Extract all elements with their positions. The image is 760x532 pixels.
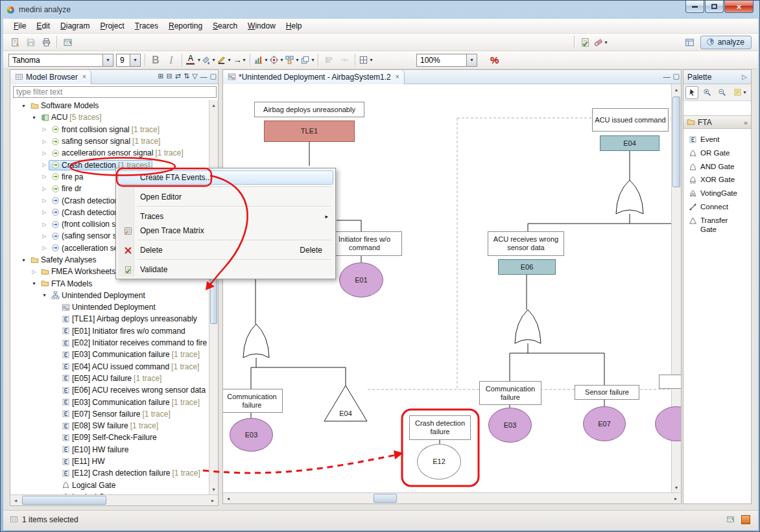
- palette-drawer-fta[interactable]: FTA «: [683, 115, 751, 129]
- tree-item[interactable]: ▾Unintended Deployment: [10, 290, 210, 301]
- connection-style-button[interactable]: →▾: [232, 53, 247, 67]
- palette-item-event[interactable]: Event: [683, 133, 751, 146]
- dropdown-icon[interactable]: ▾: [243, 57, 245, 63]
- analyze-perspective-button[interactable]: analyze: [700, 36, 752, 49]
- select-related-button[interactable]: ▾: [268, 53, 284, 67]
- expand-arrow-icon[interactable]: ▷: [40, 150, 49, 156]
- node-sensor-label[interactable]: Sensor failure: [575, 385, 639, 400]
- node-comm-right-label[interactable]: Communication failure: [479, 381, 541, 405]
- maximize-editor-button[interactable]: ▢: [673, 72, 680, 80]
- node-edge-label[interactable]: [659, 375, 681, 389]
- dropdown-icon[interactable]: ▾: [228, 57, 230, 63]
- menu-item-delete[interactable]: DeleteDelete: [118, 243, 333, 257]
- tree-item-body[interactable]: [E03] Communication failure[1 trace]: [59, 349, 202, 360]
- menu-search[interactable]: Search: [208, 19, 243, 32]
- tree-item-body[interactable]: Safety Analyses: [28, 255, 99, 265]
- palette-item-votinggate[interactable]: VotingGate: [683, 187, 751, 200]
- align-button[interactable]: [321, 53, 337, 67]
- menu-file[interactable]: File: [8, 19, 31, 32]
- expand-arrow-icon[interactable]: ▷: [40, 162, 49, 168]
- note-tool-button[interactable]: ▾: [730, 86, 750, 99]
- menu-item-create-fta-events[interactable]: Create FTA Events...: [118, 170, 333, 185]
- tree-item-body[interactable]: (Crash detection): [49, 196, 124, 206]
- tree-item[interactable]: [E06] ACU receives wrong sensor data: [10, 384, 210, 396]
- tree-item[interactable]: [E07] Sensor failure[1 trace]: [10, 408, 210, 420]
- node-comm-left-label[interactable]: Communication failure: [223, 389, 283, 413]
- scroll-up-icon[interactable]: ▴: [671, 84, 682, 95]
- expand-arrow-icon[interactable]: ▷: [40, 174, 49, 179]
- tree-item-body[interactable]: accelleration sensor signal[1 trace]: [49, 148, 186, 158]
- expand-arrow-icon[interactable]: ▷: [40, 233, 49, 239]
- link-editor-button[interactable]: ⇄: [175, 72, 181, 80]
- tree-item-body[interactable]: FMEA Worksheets: [38, 266, 118, 277]
- minimize-view-button[interactable]: —: [200, 73, 208, 80]
- font-combo[interactable]: Tahoma ▾: [8, 54, 113, 67]
- node-crash-detection-label[interactable]: Crash detection failure: [409, 415, 471, 440]
- layers-button[interactable]: ▾: [300, 53, 315, 67]
- expand-arrow-icon[interactable]: ▾: [19, 257, 28, 263]
- expand-arrow-icon[interactable]: ▾: [30, 281, 38, 286]
- palette-item-and-gate[interactable]: AND Gate: [683, 160, 751, 174]
- menu-traces[interactable]: Traces: [130, 19, 163, 32]
- tree-item[interactable]: Logical Gate: [10, 480, 210, 491]
- tree-item-body[interactable]: FTA Models: [38, 279, 95, 289]
- palette-item-or-gate[interactable]: OR Gate: [683, 146, 751, 160]
- dropdown-icon[interactable]: ▾: [130, 54, 141, 67]
- drawer-collapse-icon[interactable]: «: [744, 119, 748, 126]
- tree-item[interactable]: [TLE1] Airbag deploys unreasonably: [10, 313, 210, 325]
- scroll-left-icon[interactable]: ◂: [223, 493, 233, 503]
- node-e03-left[interactable]: E03: [230, 418, 273, 452]
- editor-horizontal-scrollbar[interactable]: ◂ ▸: [223, 492, 681, 503]
- tree-item-body[interactable]: Unintended Deployment: [59, 302, 158, 312]
- tree-item[interactable]: ▷accelleration sensor signal[1 trace]: [10, 147, 210, 159]
- tree-item[interactable]: [E04] ACU issued command[1 trace]: [10, 361, 210, 373]
- tree-item-body[interactable]: fire pa: [49, 172, 86, 182]
- line-color-button[interactable]: ▾: [216, 53, 232, 67]
- zoom-out-button[interactable]: [715, 86, 728, 99]
- minimize-editor-button[interactable]: —: [663, 73, 671, 80]
- tree-horizontal-scrollbar[interactable]: ◂ ▸: [10, 494, 218, 505]
- save-button[interactable]: [23, 35, 38, 49]
- font-color-button[interactable]: A▾: [185, 53, 200, 67]
- tree-vertical-scrollbar[interactable]: ▴ ▾: [209, 100, 218, 494]
- scroll-right-icon[interactable]: ▸: [671, 493, 681, 503]
- tree-item-body[interactable]: ACU[5 traces]: [38, 112, 104, 122]
- tree-item-body[interactable]: [E12] Crash detection failure[1 trace]: [59, 468, 203, 478]
- dropdown-icon[interactable]: ▾: [743, 89, 746, 95]
- dropdown-icon[interactable]: ▾: [604, 40, 607, 45]
- expand-arrow-icon[interactable]: ▾: [30, 115, 38, 121]
- expand-arrow-icon[interactable]: ▷: [40, 126, 49, 132]
- tree-item-body[interactable]: [E11] HW: [59, 456, 107, 467]
- expand-arrow-icon[interactable]: ▷: [40, 186, 49, 192]
- fast-view-icon[interactable]: [726, 515, 735, 524]
- node-acu-wrong-label[interactable]: ACU receives wrong sensor data: [488, 231, 564, 256]
- tree-item[interactable]: ▾FTA Models: [10, 277, 210, 289]
- open-perspective-button[interactable]: [682, 35, 698, 49]
- scrollbar-thumb[interactable]: [672, 97, 680, 187]
- tree-item-body[interactable]: [E06] ACU receives wrong sensor data: [59, 385, 208, 395]
- tree-item-body[interactable]: Software Models: [28, 100, 101, 111]
- node-e04[interactable]: E04: [600, 135, 659, 151]
- expand-arrow-icon[interactable]: ▾: [19, 103, 28, 109]
- tree-item[interactable]: [E08] SW failure[1 trace]: [10, 420, 210, 432]
- expand-arrow-icon[interactable]: ▷: [40, 198, 49, 203]
- tree-item[interactable]: [E09] Self-Check-Failure: [10, 432, 210, 443]
- tree-item-body[interactable]: front collision signal[1 trace]: [49, 124, 162, 135]
- chart-tool-button[interactable]: ▾: [253, 53, 268, 67]
- dropdown-icon[interactable]: ▾: [212, 57, 215, 63]
- tree-item[interactable]: [E02] Initiator receives command to fire: [10, 337, 210, 349]
- dropdown-icon[interactable]: ▾: [370, 57, 372, 63]
- tree-item-body[interactable]: fire dr: [49, 183, 84, 194]
- expand-arrow-icon[interactable]: ▷: [30, 269, 38, 275]
- tree-item[interactable]: ▷front collision signal[1 trace]: [10, 124, 210, 135]
- menu-edit[interactable]: Edit: [31, 19, 55, 32]
- font-size-combo[interactable]: 9 ▾: [116, 54, 141, 67]
- menu-project[interactable]: Project: [95, 19, 129, 32]
- menu-item-open-trace-matrix[interactable]: Open Trace Matrix: [118, 224, 333, 238]
- scroll-right-icon[interactable]: ▸: [208, 495, 218, 505]
- palette-collapse-icon[interactable]: ▷: [742, 73, 747, 80]
- node-e01[interactable]: E01: [339, 262, 383, 297]
- or-gate-shape[interactable]: [616, 180, 643, 214]
- italic-button[interactable]: I: [163, 53, 179, 67]
- tree-item-body[interactable]: Unintended Deployment: [49, 290, 148, 301]
